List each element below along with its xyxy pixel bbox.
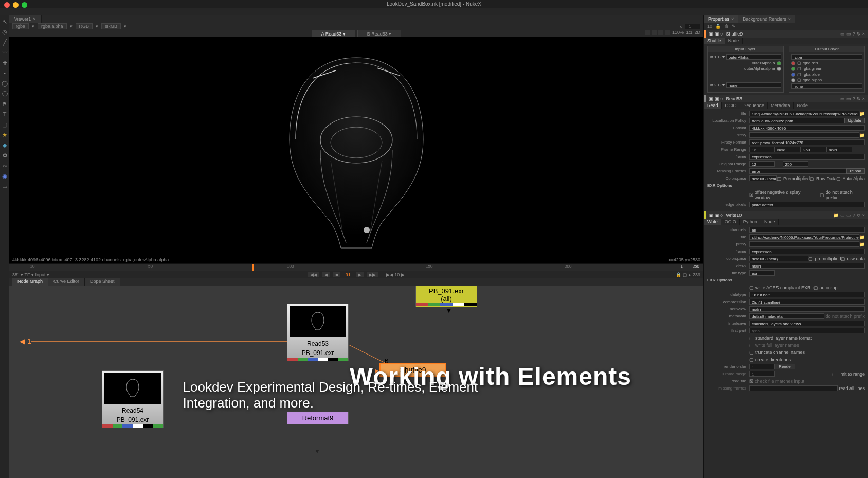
- reload-button[interactable]: reload: [846, 168, 865, 174]
- write-frame-mode[interactable]: expression: [749, 249, 865, 254]
- subtab-node[interactable]: Node: [725, 38, 743, 44]
- tool-circle-icon[interactable]: ◯: [2, 80, 8, 86]
- hdr-icon[interactable]: ?: [853, 96, 855, 101]
- views-field[interactable]: main: [749, 263, 865, 269]
- proxy-field[interactable]: [749, 132, 859, 138]
- tool-info-icon[interactable]: ⓘ: [2, 91, 8, 97]
- subtab-ocio[interactable]: OCIO: [721, 219, 740, 225]
- folder-icon[interactable]: 📁: [859, 235, 865, 240]
- vc-icon[interactable]: [665, 30, 670, 35]
- fr-end[interactable]: 250: [801, 147, 826, 152]
- heroview-field[interactable]: main: [749, 306, 865, 312]
- edge-pixels[interactable]: plate detect: [749, 202, 865, 207]
- subtab-node[interactable]: Node: [794, 102, 812, 109]
- wfull-check[interactable]: ▢: [749, 343, 754, 348]
- compression-field[interactable]: Zip (1 scanline): [749, 299, 865, 305]
- write-file-field[interactable]: siting Academy/NK606.Packaged/YourPrecom…: [749, 234, 859, 240]
- subtab-python[interactable]: Python: [740, 219, 761, 225]
- subtab-shuffle[interactable]: Shuffle: [704, 38, 725, 44]
- gain-input[interactable]: [685, 24, 700, 29]
- folder-icon[interactable]: 📁: [859, 133, 865, 138]
- tool-text-icon[interactable]: T: [2, 111, 8, 117]
- missing-frames-w[interactable]: [749, 385, 838, 391]
- firstpart-field[interactable]: rgba: [749, 328, 865, 333]
- readfile-check[interactable]: ☒: [749, 379, 753, 384]
- metadata-field[interactable]: default metadata: [749, 313, 824, 319]
- tool-dot-icon[interactable]: •: [2, 70, 8, 76]
- hdr-icon[interactable]: ?: [853, 213, 855, 218]
- back-button[interactable]: ◀: [322, 272, 330, 277]
- subtab-seq[interactable]: Sequence: [740, 102, 768, 109]
- viewer-tab[interactable]: Viewer1×: [9, 15, 42, 23]
- tool-square-icon[interactable]: ▢: [2, 121, 8, 128]
- tool-gear-icon[interactable]: ✿: [2, 152, 8, 158]
- hdr-icon[interactable]: ▭: [840, 31, 845, 37]
- tool-plus-icon[interactable]: ✚: [2, 60, 8, 66]
- output2-layer-sel[interactable]: none: [791, 83, 863, 89]
- close-icon[interactable]: ×: [33, 16, 35, 22]
- close-icon[interactable]: ×: [862, 96, 865, 101]
- dag-tab-curve[interactable]: Curve Editor: [48, 278, 85, 286]
- tool-book-icon[interactable]: ▭: [2, 183, 8, 189]
- write-proxy-field[interactable]: [749, 241, 859, 247]
- hdr-icon[interactable]: ↻: [857, 213, 861, 218]
- offset-check[interactable]: ☒: [749, 192, 753, 198]
- play-button[interactable]: ▶: [356, 272, 364, 277]
- hdr-icon[interactable]: ▭: [840, 213, 845, 218]
- datatype-field[interactable]: 16 bit half: [749, 292, 865, 297]
- colorspace[interactable]: default (linear): [749, 175, 777, 181]
- prev-button[interactable]: ◀◀: [308, 272, 319, 277]
- autocrop-check[interactable]: ▢: [813, 285, 818, 290]
- limit-check[interactable]: ▢: [832, 371, 837, 377]
- frame-mode[interactable]: expression: [749, 154, 865, 160]
- close-icon[interactable]: ×: [731, 16, 734, 22]
- frng-start[interactable]: 1: [749, 371, 775, 377]
- noattach-check[interactable]: ▢: [820, 192, 824, 198]
- hdr-icon[interactable]: ↻: [857, 31, 861, 37]
- node-read53[interactable]: Read53 PB_091.exr: [287, 304, 349, 361]
- alpha-selector[interactable]: rgba.alpha: [38, 23, 67, 29]
- dag-tab-nodegraph[interactable]: Node Graph: [12, 278, 48, 286]
- tool-ring-icon[interactable]: ◉: [2, 173, 8, 179]
- format-field[interactable]: 4kkkkk 4096x4096: [749, 125, 865, 131]
- hdr-icon[interactable]: ↻: [857, 96, 861, 101]
- hdr-icon[interactable]: ▭: [846, 31, 851, 37]
- tool-diamond-icon[interactable]: ◆: [2, 142, 8, 148]
- subtab-read[interactable]: Read: [704, 102, 722, 109]
- nav-arrow-icon[interactable]: ◀ 1: [20, 337, 31, 345]
- timeline[interactable]: 10 50 100 150 200 1 250 38° ▾ TF ▾ Input…: [9, 263, 703, 278]
- menubar[interactable]: [0, 8, 868, 15]
- pformat-field[interactable]: root.proxy_format 1024x778: [749, 139, 865, 145]
- viewer-canvas[interactable]: 4kkkkk 4096x4096 bbox: 407 -3 3282 4102 …: [9, 37, 703, 263]
- render-button[interactable]: Render: [775, 364, 795, 369]
- 2d-toggle[interactable]: 2D: [694, 30, 700, 35]
- interleave-field[interactable]: channels, layers and views: [749, 321, 865, 326]
- macos-close[interactable]: [4, 2, 10, 8]
- channel-selector[interactable]: rgba: [12, 23, 29, 29]
- hdr-icon[interactable]: ▭: [846, 213, 851, 218]
- macos-minimize[interactable]: [13, 2, 19, 8]
- lut-selector[interactable]: sRGB: [101, 23, 121, 29]
- folder-icon[interactable]: 📁: [859, 242, 865, 247]
- layer-selector[interactable]: RGB: [76, 23, 93, 29]
- macos-zoom[interactable]: [22, 2, 27, 8]
- cdir-check[interactable]: ▢: [749, 357, 754, 362]
- stop-button[interactable]: ■: [333, 272, 340, 277]
- fr-start-mode[interactable]: hold: [775, 147, 801, 152]
- lock-icon[interactable]: 🔒: [715, 24, 721, 29]
- current-frame[interactable]: 91: [343, 272, 353, 277]
- viewer-node-b[interactable]: B Read53 ▾: [357, 30, 402, 37]
- trash-icon[interactable]: 🗑: [724, 24, 729, 29]
- tool-line-icon[interactable]: ╱: [2, 39, 8, 45]
- hdr-icon[interactable]: 📁: [833, 213, 839, 218]
- node-read54[interactable]: Read54 PB_091.exr: [102, 370, 164, 428]
- ratio-display[interactable]: 1:1: [686, 30, 693, 35]
- prop-tab-properties[interactable]: Properties×: [704, 15, 738, 23]
- tool-arrow-icon[interactable]: ↖: [2, 19, 8, 25]
- hdr-icon[interactable]: ?: [853, 31, 855, 37]
- update-button[interactable]: Update: [844, 118, 865, 123]
- filetype-field[interactable]: exr: [749, 270, 775, 276]
- node-reformat9[interactable]: Reformat9: [287, 412, 349, 424]
- tool-star-icon[interactable]: ★: [2, 132, 8, 138]
- subtab-write[interactable]: Write: [704, 219, 721, 225]
